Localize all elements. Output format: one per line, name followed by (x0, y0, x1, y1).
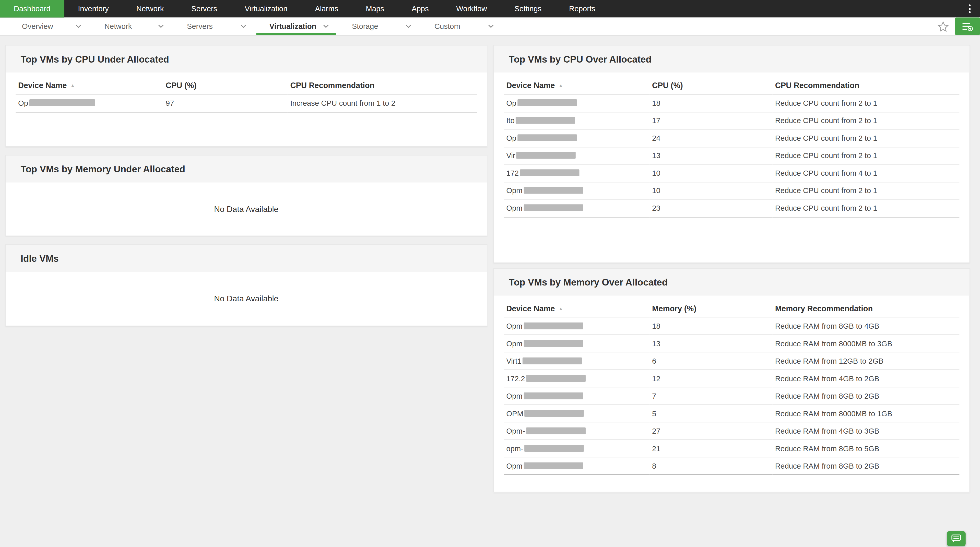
table-row[interactable]: Op 97 Increase CPU count from 1 to 2 (16, 94, 477, 112)
card-header: Top VMs by CPU Over Allocated (494, 46, 969, 73)
card-header: Top VMs by Memory Under Allocated (6, 155, 487, 182)
topnav-item[interactable]: Dashboard (0, 0, 64, 17)
card-cpu-under-allocated: Top VMs by CPU Under Allocated Device Na… (5, 45, 488, 146)
table-row[interactable]: OPM 5 Reduce RAM from 8000MB to 1GB (504, 404, 959, 422)
dashboard-tab[interactable]: Overview (7, 17, 90, 35)
recommendation-cell: Increase CPU count from 1 to 2 (288, 94, 477, 112)
memory-value-cell: 6 (649, 352, 773, 370)
table-row[interactable]: Opm 10 Reduce CPU count from 2 to 1 (504, 182, 959, 199)
topnav-item-label: Network (137, 4, 164, 13)
left-column: Top VMs by CPU Under Allocated Device Na… (5, 45, 488, 326)
chevron-down-icon[interactable] (76, 24, 81, 28)
device-name-cell: Opm (504, 182, 649, 199)
topnav-item[interactable]: Maps (352, 0, 398, 17)
memory-value-cell: 5 (649, 404, 773, 422)
device-name-cell: Op (504, 129, 649, 147)
redacted-device-name (525, 445, 584, 452)
chat-support-button[interactable] (947, 531, 966, 546)
redacted-device-name (527, 375, 585, 382)
device-name-cell: Opm (504, 317, 649, 335)
dashboard-tab[interactable]: Virtualization (255, 17, 337, 35)
card-body: No Data Available (6, 272, 487, 325)
table-row[interactable]: Ito 17 Reduce CPU count from 2 to 1 (504, 112, 959, 129)
table-header-row: Device Name▲ CPU (%) CPU Recommendation (16, 77, 477, 94)
device-name-cell: Virt1 (504, 352, 649, 370)
column-device-name[interactable]: Device Name▲ (16, 77, 163, 94)
memory-over-table: Device Name▲ Memory (%) Memory Recommend… (504, 300, 959, 475)
recommendation-cell: Reduce RAM from 8GB to 2GB (773, 387, 959, 405)
cpu-over-table: Device Name▲ CPU (%) CPU Recommendation … (504, 77, 959, 217)
table-header-row: Device Name▲ Memory (%) Memory Recommend… (504, 300, 959, 317)
topnav-item[interactable]: Servers (178, 0, 231, 17)
star-icon (938, 21, 949, 32)
topnav-item-label: Workflow (456, 4, 487, 13)
device-name-cell: opm- (504, 440, 649, 457)
column-memory-recommendation[interactable]: Memory Recommendation (773, 300, 959, 317)
add-widget-button[interactable] (955, 17, 980, 35)
table-row[interactable]: Opm 7 Reduce RAM from 8GB to 2GB (504, 387, 959, 405)
table-row[interactable]: Vir 13 Reduce CPU count from 2 to 1 (504, 147, 959, 164)
topnav-item[interactable]: Reports (555, 0, 609, 17)
device-name-cell: Op (16, 94, 163, 112)
column-cpu-recommendation[interactable]: CPU Recommendation (288, 77, 477, 94)
redacted-device-name (524, 205, 583, 211)
table-row[interactable]: Opm 13 Reduce RAM from 8000MB to 3GB (504, 334, 959, 352)
chevron-down-icon[interactable] (323, 24, 329, 28)
table-row[interactable]: Opm 18 Reduce RAM from 8GB to 4GB (504, 317, 959, 335)
topnav-item-label: Reports (569, 4, 595, 13)
topnav-item[interactable]: Apps (398, 0, 442, 17)
recommendation-cell: Reduce RAM from 8000MB to 1GB (773, 404, 959, 422)
redacted-device-name (524, 187, 583, 194)
device-name-cell: Opm (504, 387, 649, 405)
chevron-down-icon[interactable] (240, 24, 246, 28)
chevron-down-icon[interactable] (158, 24, 164, 28)
dashboard-tab[interactable]: Custom (420, 17, 503, 35)
table-row[interactable]: Op 24 Reduce CPU count from 2 to 1 (504, 129, 959, 147)
redacted-device-name (525, 410, 584, 417)
recommendation-cell: Reduce RAM from 8GB to 2GB (773, 457, 959, 475)
card-body: Device Name▲ CPU (%) CPU Recommendation … (6, 73, 487, 146)
column-cpu-percent[interactable]: CPU (%) (649, 77, 773, 94)
topnav-item[interactable]: Workflow (442, 0, 501, 17)
topnav-item[interactable]: Virtualization (231, 0, 301, 17)
table-row[interactable]: 172.2 12 Reduce RAM from 4GB to 2GB (504, 369, 959, 387)
redacted-device-name (523, 357, 582, 364)
topnav-item[interactable]: Inventory (64, 0, 123, 17)
memory-value-cell: 21 (649, 440, 773, 457)
table-row[interactable]: Opm- 27 Reduce RAM from 4GB to 3GB (504, 422, 959, 440)
device-name-cell: Opm (504, 457, 649, 475)
topnav-item[interactable]: Alarms (301, 0, 352, 17)
chevron-down-icon[interactable] (406, 24, 411, 28)
column-memory-percent[interactable]: Memory (%) (649, 300, 773, 317)
table-row[interactable]: Virt1 6 Reduce RAM from 12GB to 2GB (504, 352, 959, 370)
topnav-item[interactable]: Settings (501, 0, 555, 17)
chevron-down-icon[interactable] (488, 24, 494, 28)
table-row[interactable]: Op 18 Reduce CPU count from 2 to 1 (504, 94, 959, 112)
cpu-value-cell: 17 (649, 112, 773, 129)
recommendation-cell: Reduce RAM from 8000MB to 3GB (773, 334, 959, 352)
dashboard-tab[interactable]: Storage (337, 17, 420, 35)
tab-label: Custom (434, 22, 460, 31)
topnav-item[interactable]: Network (123, 0, 178, 17)
column-device-name[interactable]: Device Name▲ (504, 77, 649, 94)
table-row[interactable]: Opm 8 Reduce RAM from 8GB to 2GB (504, 457, 959, 475)
cpu-value-cell: 13 (649, 147, 773, 164)
table-row[interactable]: Opm 23 Reduce CPU count from 2 to 1 (504, 199, 959, 217)
recommendation-cell: Reduce RAM from 4GB to 2GB (773, 369, 959, 387)
table-row[interactable]: opm- 21 Reduce RAM from 8GB to 5GB (504, 440, 959, 457)
device-name-cell: Opm- (504, 422, 649, 440)
column-device-name[interactable]: Device Name▲ (504, 300, 649, 317)
column-cpu-percent[interactable]: CPU (%) (163, 77, 288, 94)
no-data-text: No Data Available (214, 204, 278, 213)
kebab-menu-icon[interactable] (959, 0, 980, 17)
cpu-value-cell: 18 (649, 94, 773, 112)
column-cpu-recommendation[interactable]: CPU Recommendation (773, 77, 959, 94)
redacted-device-name (517, 135, 577, 142)
favorite-button[interactable] (931, 21, 955, 32)
card-header: Top VMs by Memory Over Allocated (494, 269, 969, 295)
recommendation-cell: Reduce CPU count from 2 to 1 (773, 129, 959, 147)
dashboard-tab[interactable]: Servers (172, 17, 255, 35)
dashboard-tabs: Overview Network Servers Virtualizatio (0, 17, 503, 35)
table-row[interactable]: 172 10 Reduce CPU count from 4 to 1 (504, 164, 959, 182)
dashboard-tab[interactable]: Network (90, 17, 172, 35)
